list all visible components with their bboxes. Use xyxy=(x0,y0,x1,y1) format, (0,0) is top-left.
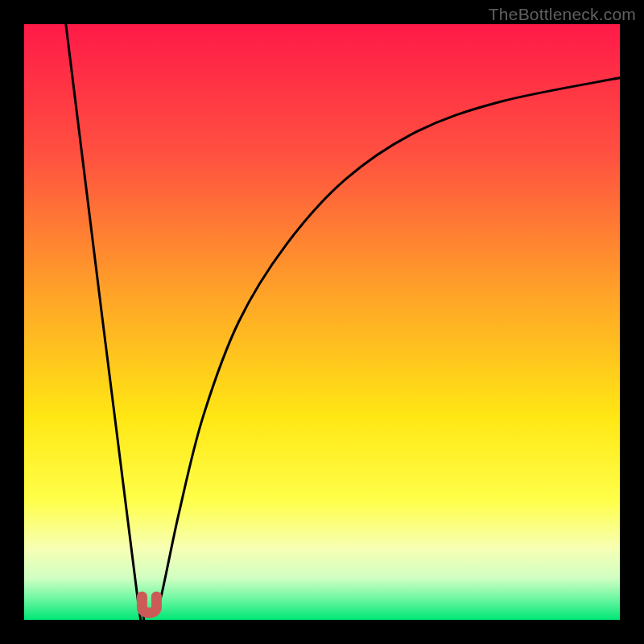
chart-frame: TheBottleneck.com xyxy=(0,0,644,644)
min-point-marker xyxy=(24,24,620,620)
watermark-text: TheBottleneck.com xyxy=(489,5,636,24)
plot-area xyxy=(24,24,620,620)
